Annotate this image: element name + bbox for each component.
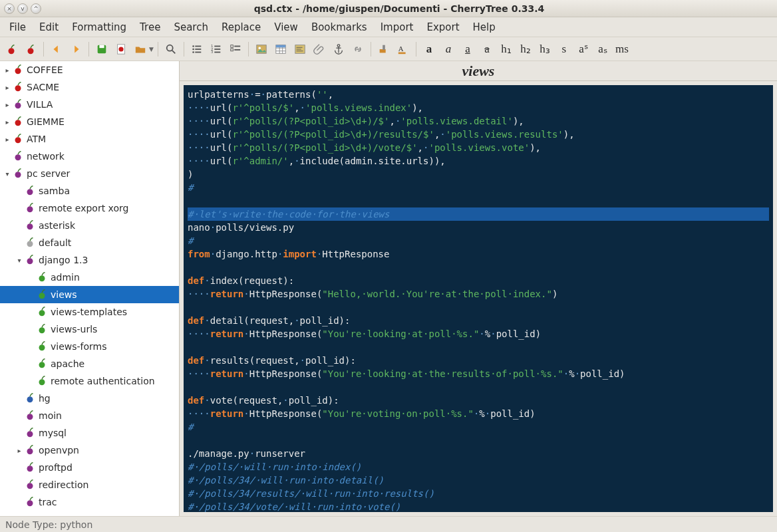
code-line[interactable]: def·results(request,·poll_id): xyxy=(188,354,769,367)
code-line[interactable]: urlpatterns·=·patterns('', xyxy=(188,88,769,101)
cherry-red2-icon[interactable] xyxy=(22,41,39,58)
tree-item-asterisk[interactable]: asterisk xyxy=(0,217,179,234)
tree-item-samba[interactable]: samba xyxy=(0,182,179,200)
code-line[interactable]: def·vote(request,·poll_id): xyxy=(188,394,769,407)
code-line[interactable]: ····return·HttpResponse("You're·looking·… xyxy=(188,327,769,340)
image-icon[interactable] xyxy=(253,41,270,58)
code-line[interactable]: ····url(r'^polls/(?P<poll_id>\d+)/$',·'p… xyxy=(188,114,769,128)
menu-tree[interactable]: Tree xyxy=(134,19,166,36)
code-editor[interactable]: urlpatterns·=·patterns('',····url(r'^pol… xyxy=(184,85,773,512)
sup-icon[interactable]: aˢ xyxy=(575,41,592,58)
tree-item-villa[interactable]: ▸VILLA xyxy=(0,96,179,113)
code-line[interactable]: nano·polls/views.py xyxy=(188,221,769,234)
underline-icon[interactable]: a xyxy=(459,41,476,58)
tree-item-sacme[interactable]: ▸SACME xyxy=(0,78,179,96)
tree-item-remote-export-xorg[interactable]: remote export xorg xyxy=(0,200,179,217)
expand-icon[interactable]: ▸ xyxy=(3,66,12,74)
code-line[interactable]: ····return·HttpResponse("Hello,·world.·Y… xyxy=(188,287,769,301)
save-icon[interactable] xyxy=(93,41,110,58)
menu-view[interactable]: View xyxy=(269,19,303,36)
italic-icon[interactable]: a xyxy=(440,41,457,58)
menu-bookmarks[interactable]: Bookmarks xyxy=(306,19,373,36)
menu-file[interactable]: File xyxy=(4,19,31,36)
codebox-icon[interactable] xyxy=(291,41,309,58)
menu-replace[interactable]: Replace xyxy=(216,19,266,36)
sub-icon[interactable]: aₛ xyxy=(594,41,611,58)
tree-item-redirection[interactable]: redirection xyxy=(0,476,179,493)
h1-icon[interactable]: h₁ xyxy=(498,41,515,58)
expand-icon[interactable]: ▾ xyxy=(3,170,12,178)
menu-edit[interactable]: Edit xyxy=(34,19,64,36)
pdf-icon[interactable] xyxy=(112,41,130,58)
code-line[interactable]: ····return·HttpResponse("You're·voting·o… xyxy=(188,407,769,420)
code-line[interactable]: from·django.http·import·HttpResponse xyxy=(188,247,769,261)
maximize-icon[interactable]: ^ xyxy=(31,3,41,14)
expand-icon[interactable]: ▸ xyxy=(3,136,12,143)
tree-item-apache[interactable]: apache xyxy=(0,355,179,372)
tree-item-admin[interactable]: admin xyxy=(0,269,179,286)
expand-icon[interactable]: ▸ xyxy=(3,118,12,126)
paint-icon[interactable] xyxy=(375,41,392,58)
code-line[interactable]: ····url(r'^polls/(?P<poll_id>\d+)/result… xyxy=(188,128,769,141)
tree-sidebar[interactable]: ▸COFFEE▸SACME▸VILLA▸GIEMME▸ATMnetwork▾pc… xyxy=(0,61,180,516)
tree-item-coffee[interactable]: ▸COFFEE xyxy=(0,61,179,78)
cherry-red-icon[interactable] xyxy=(3,41,20,58)
code-line[interactable]: # xyxy=(188,420,769,434)
expand-icon[interactable]: ▸ xyxy=(3,84,12,91)
code-line[interactable]: #·/polls/34/results/·will·run·into·resul… xyxy=(188,487,769,500)
folder-icon[interactable] xyxy=(132,41,149,58)
tree-item-default[interactable]: default xyxy=(0,234,179,251)
list-ul-icon[interactable] xyxy=(188,41,206,58)
code-line[interactable] xyxy=(188,380,769,394)
menu-export[interactable]: Export xyxy=(421,19,464,36)
tree-item-moin[interactable]: moin xyxy=(0,407,179,424)
strike-icon[interactable]: a xyxy=(478,41,496,58)
folder-drop-icon[interactable]: ▼ xyxy=(149,46,154,53)
tree-item-views-urls[interactable]: views-urls xyxy=(0,321,179,338)
expand-icon[interactable]: ▸ xyxy=(15,447,24,454)
code-line[interactable]: #·let's·write·the·code·for·the·views xyxy=(188,207,769,221)
code-line[interactable]: ····url(r'^polls/$',·'polls.views.index'… xyxy=(188,101,769,114)
h2-icon[interactable]: h₂ xyxy=(517,41,534,58)
tree-item-trac[interactable]: trac xyxy=(0,493,179,511)
code-line[interactable] xyxy=(188,261,769,274)
list-ol-icon[interactable]: 123 xyxy=(208,41,225,58)
tree-item-hg[interactable]: hg xyxy=(0,390,179,407)
tree-item-atm[interactable]: ▸ATM xyxy=(0,130,179,148)
mono-icon[interactable]: ms xyxy=(613,41,631,58)
code-line[interactable] xyxy=(188,194,769,207)
expand-icon[interactable]: ▾ xyxy=(15,257,24,264)
code-line[interactable]: # xyxy=(188,181,769,194)
code-line[interactable]: ····url(r'^polls/(?P<poll_id>\d+)/vote/$… xyxy=(188,141,769,154)
tree-item-giemme[interactable]: ▸GIEMME xyxy=(0,113,179,130)
close-icon[interactable]: × xyxy=(4,3,15,14)
code-line[interactable]: ./manage.py·runserver xyxy=(188,447,769,460)
tree-item-pc-server[interactable]: ▾pc server xyxy=(0,165,179,182)
expand-icon[interactable]: ▸ xyxy=(3,101,12,108)
code-line[interactable]: # xyxy=(188,234,769,247)
back-icon[interactable] xyxy=(48,41,65,58)
bold-icon[interactable]: a xyxy=(420,41,438,58)
list-task-icon[interactable] xyxy=(227,41,244,58)
tree-item-views-forms[interactable]: views-forms xyxy=(0,338,179,355)
search-icon[interactable] xyxy=(162,41,180,58)
tree-item-openvpn[interactable]: ▸openvpn xyxy=(0,442,179,459)
tree-item-proftpd[interactable]: proftpd xyxy=(0,459,179,476)
code-line[interactable] xyxy=(188,301,769,314)
tree-item-remote-authentication[interactable]: remote authentication xyxy=(0,372,179,390)
tree-item-django-1.3[interactable]: ▾django 1.3 xyxy=(0,251,179,269)
code-line[interactable]: def·detail(request,·poll_id): xyxy=(188,314,769,327)
h3-icon[interactable]: h₃ xyxy=(536,41,553,58)
menu-formatting[interactable]: Formatting xyxy=(67,19,132,36)
attach-icon[interactable] xyxy=(311,41,328,58)
code-line[interactable] xyxy=(188,340,769,354)
tree-item-views[interactable]: views xyxy=(0,286,179,303)
menu-search[interactable]: Search xyxy=(168,19,214,36)
forward-icon[interactable] xyxy=(67,41,84,58)
table-icon[interactable] xyxy=(272,41,289,58)
code-line[interactable] xyxy=(188,434,769,447)
code-line[interactable]: #·/polls/34/vote/·will·run·into·vote() xyxy=(188,500,769,512)
link-icon[interactable] xyxy=(349,41,367,58)
menu-help[interactable]: Help xyxy=(468,19,501,36)
tree-item-mysql[interactable]: mysql xyxy=(0,424,179,442)
